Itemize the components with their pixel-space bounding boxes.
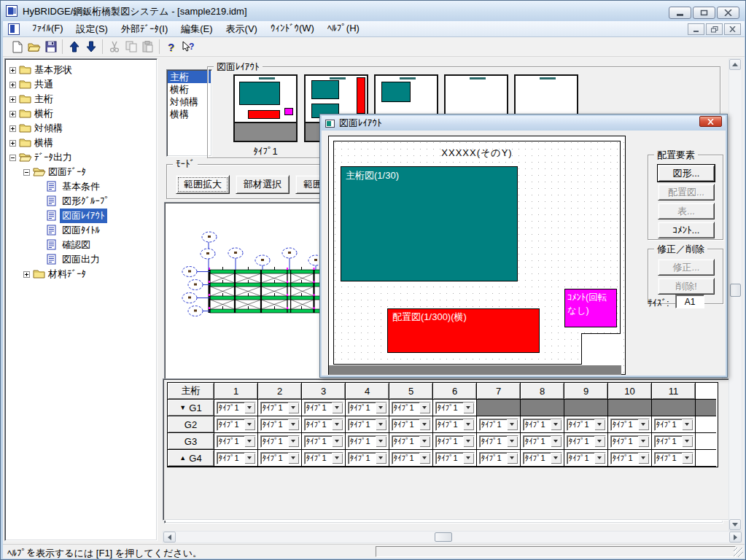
move-down-button[interactable] [82,39,99,55]
type-combobox[interactable]: ﾀｲﾌﾟ1 [392,419,431,431]
open-file-button[interactable] [26,39,42,55]
menu-item-7[interactable]: ﾍﾙﾌﾟ(H) [321,20,366,38]
expand-icon[interactable] [9,96,16,103]
type-combobox[interactable]: ﾀｲﾌﾟ1 [217,452,256,464]
type-combobox[interactable]: ﾀｲﾌﾟ1 [479,419,518,431]
scroll-down-button[interactable] [729,519,741,530]
collapse-icon[interactable] [23,169,30,176]
tree-item-基本形状[interactable]: 基本形状 [5,63,157,77]
type-combobox[interactable]: ﾀｲﾌﾟ1 [348,402,387,414]
type-combobox[interactable]: ﾀｲﾌﾟ1 [260,419,300,431]
combobox-dropdown-button[interactable] [376,453,386,464]
girder-figure-element[interactable]: 主桁図(1/30) [341,166,518,281]
type-combobox[interactable]: ﾀｲﾌﾟ1 [654,419,693,431]
combobox-dropdown-button[interactable] [551,436,562,447]
layout-figure-element[interactable]: 配置図(1/300)(横) [387,308,540,353]
type-combobox[interactable]: ﾀｲﾌﾟ1 [392,402,431,414]
combobox-dropdown-button[interactable] [594,436,605,447]
combobox-dropdown-button[interactable] [244,436,255,447]
type-combobox[interactable]: ﾀｲﾌﾟ1 [523,452,562,464]
close-button[interactable] [717,7,739,19]
horizontal-scrollbar[interactable] [163,531,742,543]
combobox-dropdown-button[interactable] [419,436,430,447]
type-combobox[interactable]: ﾀｲﾌﾟ1 [304,402,343,414]
scroll-left-button[interactable] [163,532,176,542]
combobox-dropdown-button[interactable] [507,419,518,430]
type-combobox[interactable]: ﾀｲﾌﾟ1 [217,435,256,448]
combobox-dropdown-button[interactable] [332,402,343,413]
combobox-dropdown-button[interactable] [244,419,255,430]
tree-item-共通[interactable]: 共通 [5,77,157,92]
type-combobox[interactable]: ﾀｲﾌﾟ1 [435,452,475,464]
combobox-dropdown-button[interactable] [638,436,649,447]
type-combobox[interactable]: ﾀｲﾌﾟ1 [304,452,343,464]
type-combobox[interactable]: ﾀｲﾌﾟ1 [435,435,475,448]
menu-item-6[interactable]: ｳｨﾝﾄﾞｳ(W) [264,20,321,38]
type-combobox[interactable]: ﾀｲﾌﾟ1 [567,419,606,431]
combobox-dropdown-button[interactable] [288,436,299,447]
expand-icon[interactable] [9,111,16,117]
vertical-scrollbar[interactable] [728,58,742,531]
combobox-dropdown-button[interactable] [507,453,518,464]
dialog-button-ｺﾒﾝﾄ[interactable]: ｺﾒﾝﾄ... [658,222,715,238]
type-combobox[interactable]: ﾀｲﾌﾟ1 [392,435,431,448]
copy-button[interactable] [123,39,139,55]
combobox-dropdown-button[interactable] [288,419,299,430]
mdi-restore-button[interactable] [706,23,723,35]
dialog-button-図形[interactable]: 図形... [658,165,715,182]
tree-item-図面ﾃﾞｰﾀ[interactable]: 図面ﾃﾞｰﾀ [5,165,157,179]
combobox-dropdown-button[interactable] [376,436,386,447]
tree-item-図形ｸﾞﾙｰﾌﾟ[interactable]: 図形ｸﾞﾙｰﾌﾟ [5,194,157,209]
type-combobox[interactable]: ﾀｲﾌﾟ1 [217,419,256,431]
tree-item-対傾構[interactable]: 対傾構 [5,121,157,136]
scroll-right-button[interactable] [729,532,742,542]
maximize-button[interactable] [693,7,715,19]
tree-item-図面ﾀｲﾄﾙ[interactable]: 図面ﾀｲﾄﾙ [5,223,157,238]
combobox-dropdown-button[interactable] [507,436,518,447]
combobox-dropdown-button[interactable] [419,419,430,430]
combobox-dropdown-button[interactable] [288,402,299,413]
type-combobox[interactable]: ﾀｲﾌﾟ1 [610,419,650,431]
combobox-dropdown-button[interactable] [288,453,299,464]
type-combobox[interactable]: ﾀｲﾌﾟ1 [260,402,300,414]
expand-icon[interactable] [9,125,16,132]
size-value-field[interactable]: A1 [675,295,704,308]
combobox-dropdown-button[interactable] [463,419,474,430]
tree-item-材料ﾃﾞｰﾀ[interactable]: 材料ﾃﾞｰﾀ [5,267,157,281]
combobox-dropdown-button[interactable] [594,453,605,464]
tree-item-横桁[interactable]: 横桁 [5,106,157,121]
combobox-dropdown-button[interactable] [332,453,343,464]
combobox-dropdown-button[interactable] [638,419,649,430]
combobox-dropdown-button[interactable] [463,402,474,413]
combobox-dropdown-button[interactable] [376,419,386,430]
layout-thumbnail-type1[interactable] [233,74,298,142]
combobox-dropdown-button[interactable] [463,436,474,447]
combobox-dropdown-button[interactable] [419,453,430,464]
new-file-button[interactable] [9,39,26,55]
combobox-dropdown-button[interactable] [551,419,562,430]
combobox-dropdown-button[interactable] [463,453,474,464]
save-button[interactable] [42,39,59,55]
type-combobox[interactable]: ﾀｲﾌﾟ1 [260,452,300,464]
combobox-dropdown-button[interactable] [419,402,430,413]
tree-item-ﾃﾞｰﾀ出力[interactable]: ﾃﾞｰﾀ出力 [5,150,157,165]
combobox-dropdown-button[interactable] [376,402,386,413]
type-combobox[interactable]: ﾀｲﾌﾟ1 [435,402,475,414]
combobox-dropdown-button[interactable] [638,453,649,464]
dialog-close-button[interactable] [699,116,722,127]
mdi-close-button[interactable] [724,23,741,35]
menu-item-5[interactable]: 表示(V) [219,20,264,38]
cut-button[interactable] [106,39,123,55]
menu-item-3[interactable]: 外部ﾃﾞｰﾀ(I) [114,20,174,38]
member-item-横桁[interactable]: 横桁 [168,83,211,96]
dialog-titlebar[interactable]: 図面ﾚｲｱｳﾄ [322,116,726,131]
menu-item-2[interactable]: 設定(S) [70,20,114,38]
move-up-button[interactable] [66,39,82,55]
type-combobox[interactable]: ﾀｲﾌﾟ1 [479,452,518,464]
type-combobox[interactable]: ﾀｲﾌﾟ1 [479,435,518,448]
type-combobox[interactable]: ﾀｲﾌﾟ1 [348,452,387,464]
type-combobox[interactable]: ﾀｲﾌﾟ1 [348,419,387,431]
sheet-canvas[interactable]: XXXXX(そのY) 主桁図(1/30) 配置図(1/300)(横) ｺﾒﾝﾄ(… [328,136,626,375]
combobox-dropdown-button[interactable] [682,453,693,464]
row-header-G3[interactable]: G3 [168,433,214,450]
